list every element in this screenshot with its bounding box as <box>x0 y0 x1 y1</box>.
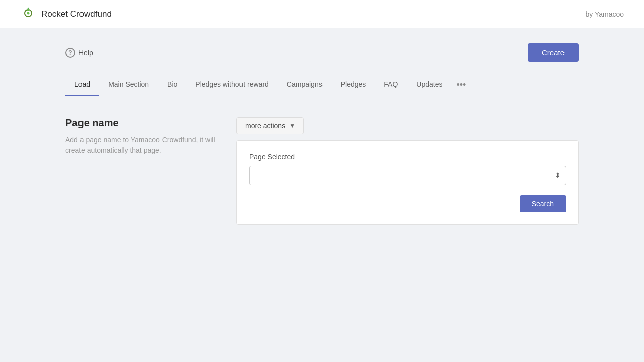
page-name-title: Page name <box>65 117 216 129</box>
tab-main-section[interactable]: Main Section <box>99 74 158 96</box>
svg-point-3 <box>27 12 30 14</box>
tab-faq[interactable]: FAQ <box>375 74 407 96</box>
main-content: ? Help Create Load Main Section Bio Pled… <box>0 28 644 225</box>
page-name-description: Add a page name to Yamacoo Crowdfund, it… <box>65 135 216 156</box>
left-panel: Page name Add a page name to Yamacoo Cro… <box>65 117 216 225</box>
search-row: Search <box>249 195 566 212</box>
tab-pledges[interactable]: Pledges <box>332 74 375 96</box>
header: Rocket Crowdfund by Yamacoo <box>0 0 644 28</box>
help-row: ? Help Create <box>65 43 579 62</box>
tab-more[interactable]: ••• <box>451 74 471 97</box>
tab-updates[interactable]: Updates <box>407 74 451 96</box>
more-actions-button[interactable]: more actions ▼ <box>236 117 304 134</box>
by-label: by Yamacoo <box>585 10 624 18</box>
tab-campaigns[interactable]: Campaigns <box>278 74 332 96</box>
tab-pledges-without-reward[interactable]: Pledges without reward <box>186 74 278 96</box>
tab-bio[interactable]: Bio <box>158 74 186 96</box>
page-selected-wrapper: ⬍ <box>249 166 566 185</box>
app-title: Rocket Crowdfund <box>41 9 112 19</box>
create-button[interactable]: Create <box>528 43 579 62</box>
search-button[interactable]: Search <box>520 195 566 212</box>
content-area: Page name Add a page name to Yamacoo Cro… <box>65 97 579 225</box>
header-left: Rocket Crowdfund <box>20 6 112 22</box>
tab-load[interactable]: Load <box>65 74 99 96</box>
tabs: Load Main Section Bio Pledges without re… <box>65 74 579 97</box>
help-icon: ? <box>65 48 75 58</box>
page-selected-input[interactable] <box>249 166 566 185</box>
page-selected-label: Page Selected <box>249 153 566 161</box>
help-link[interactable]: ? Help <box>65 48 93 58</box>
help-label: Help <box>78 49 93 57</box>
right-panel: more actions ▼ Page Selected ⬍ Search <box>236 117 579 225</box>
chevron-down-icon: ▼ <box>289 122 295 129</box>
more-actions-label: more actions <box>245 122 285 130</box>
panel-card: Page Selected ⬍ Search <box>236 140 579 225</box>
rocket-logo-icon <box>20 6 36 22</box>
